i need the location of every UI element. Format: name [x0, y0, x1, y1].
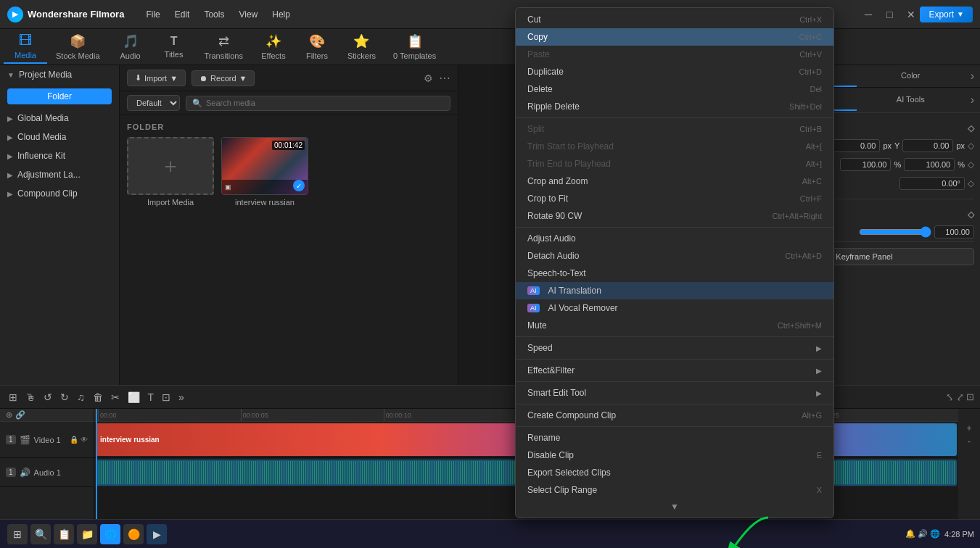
taskbar-search-btn[interactable]: 🔍 — [30, 524, 51, 544]
ctx-detach-audio[interactable]: Detach Audio Ctrl+Alt+D — [516, 247, 833, 265]
ctx-paste[interactable]: Paste Ctrl+V — [516, 46, 833, 63]
tl-more-btn[interactable]: » — [176, 390, 187, 404]
ctx-copy[interactable]: Copy Ctrl+C — [516, 28, 833, 46]
tab-stock-media[interactable]: 📦 Stock Media — [47, 30, 109, 63]
sidebar-item-global-media[interactable]: ▶ Global Media — [0, 109, 119, 128]
tl-text-btn[interactable]: T — [145, 390, 157, 404]
tab-stickers[interactable]: ⭐ Stickers — [339, 30, 384, 63]
video-eye-icon[interactable]: 👁 — [81, 436, 88, 444]
tl-crop-btn[interactable]: ⬜ — [125, 390, 143, 404]
video-media-item[interactable]: ▣ 00:01:42 ✓ interview russian — [221, 137, 308, 207]
ctx-smart-edit[interactable]: Smart Edit Tool ▶ — [516, 384, 833, 402]
ctx-trim-start[interactable]: Trim Start to Playhead Alt+[ — [516, 138, 833, 155]
compositing-keyframe-btn[interactable]: ◇ — [968, 209, 974, 220]
view-mode-select[interactable]: Default — [127, 95, 180, 111]
filter-button[interactable]: ⚙ — [424, 72, 433, 84]
ctx-ai-vocal-remover[interactable]: AI AI Vocal Remover — [516, 299, 833, 317]
tl-delete-btn[interactable]: 🗑 — [90, 390, 106, 404]
tl-send-back-btn[interactable]: ⤣ — [946, 391, 954, 402]
ctx-speech-to-text[interactable]: Speech-to-Text — [516, 265, 833, 282]
menu-view[interactable]: View — [231, 7, 265, 22]
sidebar-item-influence-kit[interactable]: ▶ Influence Kit — [0, 146, 119, 165]
tl-audio-btn[interactable]: ♫ — [74, 390, 88, 404]
menu-edit[interactable]: Edit — [168, 7, 197, 22]
tab-titles[interactable]: T Titles — [152, 32, 196, 62]
minimize-button[interactable]: ─ — [860, 7, 876, 22]
taskbar-app1-btn[interactable]: 🟠 — [123, 524, 144, 544]
taskbar-filmora-btn[interactable]: ▶ — [147, 524, 167, 544]
transform-keyframe-btn[interactable]: ◇ — [968, 123, 974, 133]
tab-color-right[interactable]: Color — [857, 65, 965, 87]
export-button[interactable]: Export ▼ — [920, 7, 973, 22]
add-track-btn[interactable]: ⊕ — [6, 410, 12, 420]
sidebar-item-project-media[interactable]: ▼ Project Media — [0, 65, 119, 84]
folder-button[interactable]: Folder — [7, 88, 112, 104]
ctx-ripple-delete[interactable]: Ripple Delete Shift+Del — [516, 98, 833, 115]
tab-media[interactable]: 🎞 Media — [4, 30, 47, 64]
taskbar-chrome-btn[interactable]: 🌐 — [100, 524, 120, 544]
ctx-speed[interactable]: Speed ▶ — [516, 339, 833, 357]
tl-cut-btn[interactable]: ✂ — [108, 390, 123, 404]
more-options-button[interactable]: ⋯ — [439, 71, 450, 85]
maximize-button[interactable]: □ — [882, 7, 897, 22]
link-tracks-btn[interactable]: 🔗 — [15, 410, 25, 420]
scale-x-input[interactable] — [840, 158, 891, 171]
position-keyframe-btn[interactable]: ◇ — [968, 141, 974, 151]
ctx-cut[interactable]: Cut Ctrl+X — [516, 11, 833, 28]
opacity-input[interactable] — [934, 225, 974, 238]
sidebar-item-adjustment[interactable]: ▶ Adjustment La... — [0, 165, 119, 184]
ctx-ai-translation[interactable]: AI AI Translation — [516, 282, 833, 299]
timeline-zoom-in-btn[interactable]: + — [966, 423, 971, 433]
position-x-input[interactable] — [829, 139, 880, 152]
opacity-slider[interactable] — [859, 226, 931, 238]
ctx-export-selected[interactable]: Export Selected Clips — [516, 464, 833, 481]
video-lock-icon[interactable]: 🔒 — [70, 436, 78, 444]
taskbar-explorer-btn[interactable]: 📁 — [77, 524, 97, 544]
ctx-adjust-audio[interactable]: Adjust Audio — [516, 230, 833, 247]
tl-bring-fwd-btn[interactable]: ⤤ — [956, 391, 964, 402]
ctx-delete[interactable]: Delete Del — [516, 80, 833, 98]
tl-settings-btn[interactable]: ⊞ — [6, 390, 20, 404]
tab-transitions[interactable]: ⇄ Transitions — [196, 30, 252, 63]
record-button[interactable]: ⏺ Record ▼ — [192, 70, 255, 86]
tab-templates[interactable]: 📋 0 Templates — [384, 30, 445, 63]
taskbar-windows-btn[interactable]: ⊞ — [7, 524, 28, 544]
ctx-select-clip-range[interactable]: Select Clip Range X — [516, 481, 833, 499]
tl-fit-btn[interactable]: ⊡ — [159, 390, 173, 404]
menu-file[interactable]: File — [139, 7, 167, 22]
rotation-input[interactable] — [899, 177, 965, 190]
tab-filters[interactable]: 🎨 Filters — [295, 30, 339, 63]
ctx-trim-end[interactable]: Trim End to Playhead Alt+] — [516, 155, 833, 173]
scale-y-input[interactable] — [904, 158, 955, 171]
tl-delete2-btn[interactable]: ⊡ — [966, 391, 974, 402]
tab-effects[interactable]: ✨ Effects — [252, 30, 295, 63]
import-button[interactable]: ⬇ Import ▼ — [127, 70, 186, 86]
sidebar-item-cloud-media[interactable]: ▶ Cloud Media — [0, 128, 119, 146]
ctx-mute[interactable]: Mute Ctrl+Shift+M — [516, 317, 833, 334]
ctx-rename[interactable]: Rename — [516, 429, 833, 447]
tl-select-btn[interactable]: 🖱 — [22, 390, 38, 404]
ctx-rotate90[interactable]: Rotate 90 CW Ctrl+Alt+Right — [516, 207, 833, 225]
ctx-create-compound[interactable]: Create Compound Clip Alt+G — [516, 407, 833, 424]
ctx-duplicate[interactable]: Duplicate Ctrl+D — [516, 63, 833, 80]
menu-tools[interactable]: Tools — [197, 7, 231, 22]
ctx-crop-fit[interactable]: Crop to Fit Ctrl+F — [516, 190, 833, 207]
timeline-zoom-out-btn[interactable]: - — [968, 436, 971, 447]
sidebar-item-compound-clip[interactable]: ▶ Compound Clip — [0, 184, 119, 203]
tab-ai-tools[interactable]: AI Tools — [857, 89, 965, 111]
taskbar-taskview-btn[interactable]: 📋 — [54, 524, 74, 544]
import-thumb[interactable]: ＋ — [127, 137, 214, 195]
tl-redo-btn[interactable]: ↻ — [57, 390, 72, 404]
ctx-menu-scroll-down[interactable]: ▼ — [516, 499, 833, 515]
ctx-effect-filter[interactable]: Effect&Filter ▶ — [516, 362, 833, 379]
tab-audio[interactable]: 🎵 Audio — [109, 30, 152, 63]
ctx-crop-zoom[interactable]: Crop and Zoom Alt+C — [516, 173, 833, 190]
rotation-keyframe-btn[interactable]: ◇ — [968, 178, 974, 188]
search-input[interactable] — [206, 99, 444, 107]
ctx-disable-clip[interactable]: Disable Clip E — [516, 447, 833, 464]
position-y-input[interactable] — [902, 139, 953, 152]
right-panel-expand[interactable]: › — [965, 65, 980, 87]
ctx-split[interactable]: Split Ctrl+B — [516, 120, 833, 138]
scale-keyframe-btn[interactable]: ◇ — [968, 159, 974, 170]
video-thumb[interactable]: ▣ 00:01:42 ✓ — [221, 137, 308, 195]
